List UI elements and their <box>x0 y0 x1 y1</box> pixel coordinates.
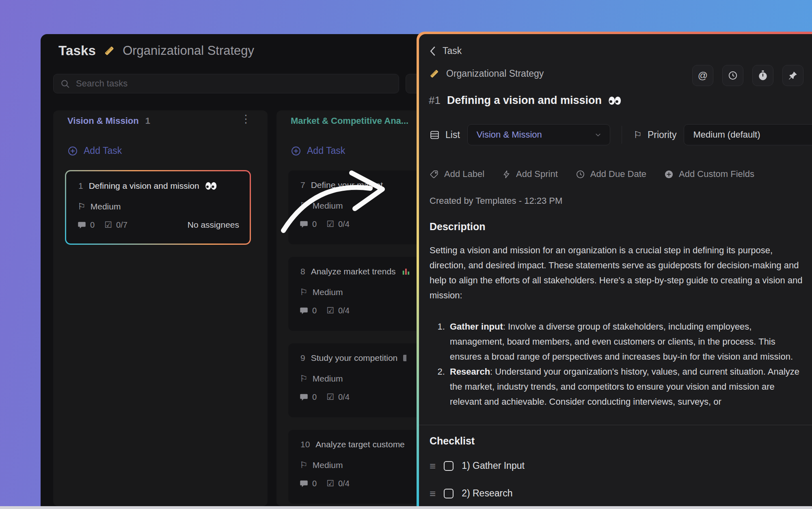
column-vision-mission: Vision & Mission 1 ⋮ Add Task 1 Defining… <box>53 110 268 506</box>
board-icon <box>430 130 440 140</box>
bar-chart-emoji-icon <box>402 267 410 276</box>
list-dropdown[interactable]: Vision & Mission <box>467 124 610 145</box>
checklist-item-label: 1) Gather Input <box>462 460 525 471</box>
mention-button[interactable]: @ <box>692 65 713 86</box>
priority-label: Medium <box>313 460 343 470</box>
timer-button[interactable] <box>752 65 773 86</box>
add-label-button[interactable]: Add Label <box>430 169 484 179</box>
column-count: 1 <box>145 116 150 126</box>
checklist-icon: ☑ <box>104 220 112 230</box>
lightning-icon <box>502 170 511 179</box>
search-input[interactable] <box>76 78 392 89</box>
add-task-button[interactable]: Add Task <box>67 145 122 156</box>
priority-label: Medium <box>313 374 343 384</box>
comment-icon <box>300 393 308 401</box>
priority-flag-icon: ⚐ <box>300 461 308 470</box>
task-number: 9 <box>300 353 305 363</box>
task-panel-gradient-border: Task Organizational Strategy @ <box>417 32 812 506</box>
column-title: Vision & Mission <box>67 116 139 126</box>
back-label: Task <box>443 45 462 56</box>
quick-actions-row: Add Label Add Sprint Add Due Date <box>430 169 754 179</box>
task-card[interactable]: 1 Defining a vision and mission ⚐ Medium <box>66 171 250 244</box>
priority-field-label: Priority <box>648 129 677 140</box>
back-button[interactable]: Task <box>429 45 462 56</box>
search-icon <box>60 79 70 89</box>
priority-label: Medium <box>313 287 343 297</box>
task-number: 1 <box>78 181 83 191</box>
drag-handle-icon[interactable]: ≡ <box>430 461 436 471</box>
add-due-date-button[interactable]: Add Due Date <box>576 169 646 179</box>
checkbox[interactable] <box>444 489 454 498</box>
panel-space-name: Organizational Strategy <box>446 68 544 79</box>
chevron-down-icon <box>594 131 602 138</box>
history-clock-icon <box>728 70 738 81</box>
comment-icon <box>300 479 308 488</box>
description-heading: Description <box>430 221 486 233</box>
comment-count: 0 <box>312 479 317 488</box>
checklist-progress: 0/7 <box>116 220 127 230</box>
section-divider <box>419 425 812 425</box>
field-divider <box>622 126 622 144</box>
search-bar[interactable] <box>53 74 399 93</box>
ruler-emoji-icon <box>429 68 440 79</box>
list-dropdown-value: Vision & Mission <box>477 129 542 140</box>
priority-flag-icon: ⚐ <box>78 202 86 211</box>
task-number: 8 <box>300 267 305 276</box>
checklist-progress: 0/4 <box>338 479 350 488</box>
task-panel: Task Organizational Strategy @ <box>419 34 812 506</box>
column-title: Market & Competitive Ana... <box>291 116 408 126</box>
task-number: #1 <box>429 94 441 107</box>
checkbox[interactable] <box>444 461 454 471</box>
checklist-icon: ☑ <box>326 392 334 402</box>
comment-icon <box>300 306 308 315</box>
assignees-text: No assignees <box>188 220 239 230</box>
tag-icon <box>430 170 439 179</box>
task-title: Defining a vision and mission <box>447 94 602 107</box>
checklist-icon: ☑ <box>326 306 334 315</box>
clock-icon <box>576 170 585 179</box>
drag-handle-icon[interactable]: ≡ <box>430 488 436 499</box>
add-task-button[interactable]: Add Task <box>291 145 345 156</box>
priority-flag-icon: ⚐ <box>300 374 308 383</box>
panel-header-actions: @ <box>692 65 803 86</box>
column-menu-icon[interactable]: ⋮ <box>240 114 251 125</box>
priority-flag-icon: ⚐ <box>300 288 308 297</box>
ruler-emoji-icon <box>103 45 115 57</box>
task-title: Study your competition <box>311 353 398 363</box>
timer-icon <box>758 70 768 81</box>
task-title-row: #1 Defining a vision and mission <box>429 94 621 107</box>
comment-icon <box>78 221 86 229</box>
description-list-item: Gather input: Involve a diverse group of… <box>447 319 801 364</box>
back-chevron-icon <box>429 46 437 56</box>
description-list[interactable]: Gather input: Involve a diverse group of… <box>430 319 801 425</box>
list-field-label: List <box>445 129 460 140</box>
task-card-highlight-border: 1 Defining a vision and mission ⚐ Medium <box>65 170 251 245</box>
page-title: Tasks <box>58 43 96 58</box>
task-title: Analyze market trends <box>311 267 396 276</box>
comment-count: 0 <box>312 306 317 315</box>
circle-plus-icon <box>67 146 78 156</box>
comment-count: 0 <box>312 393 317 402</box>
annotation-arrow <box>260 158 430 252</box>
description-list-item: Research: Understand your organization's… <box>447 364 801 409</box>
add-custom-fields-button[interactable]: Add Custom Fields <box>664 169 754 179</box>
add-sprint-button[interactable]: Add Sprint <box>502 169 558 179</box>
checklist-item-label: 2) Research <box>462 488 512 499</box>
comment-count: 0 <box>90 220 95 230</box>
priority-dropdown[interactable]: Medium (default) <box>684 124 812 145</box>
eyes-emoji-icon <box>205 182 217 190</box>
description-intro[interactable]: Setting a vision and mission for an orga… <box>430 243 811 303</box>
priority-flag-icon: ⚐ <box>633 130 642 140</box>
pin-button[interactable] <box>782 65 803 86</box>
checklist-progress: 0/4 <box>338 306 350 315</box>
truncated-emoji-icon <box>403 355 406 361</box>
checklist-item: ≡ 2) Research <box>430 488 512 499</box>
checklist-heading: Checklist <box>430 435 475 447</box>
priority-dropdown-value: Medium (default) <box>693 129 760 140</box>
checklist-item: ≡ 1) Gather Input <box>430 460 525 471</box>
bottom-edge-strip <box>0 506 812 509</box>
pin-icon <box>788 71 798 80</box>
history-button[interactable] <box>722 65 743 86</box>
mention-icon: @ <box>698 70 708 81</box>
board-header: Tasks Organizational Strategy <box>58 43 254 58</box>
